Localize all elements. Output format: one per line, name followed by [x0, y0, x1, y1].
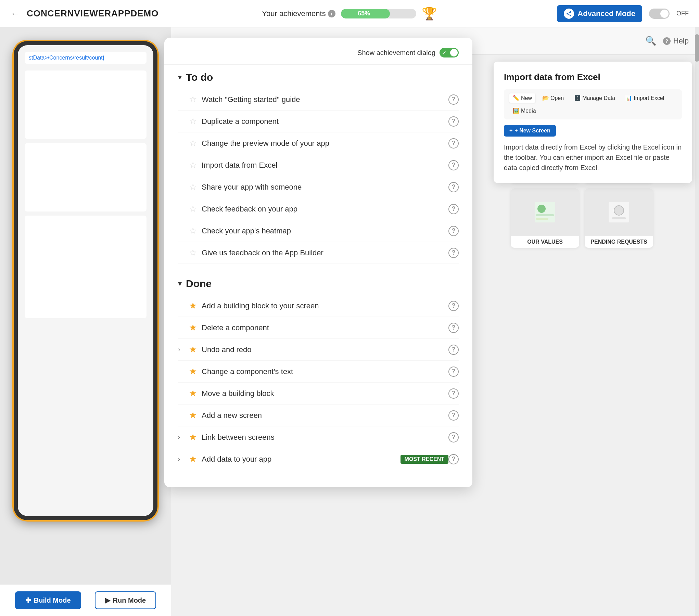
toolbar-new-btn[interactable]: ✏️ New — [509, 93, 535, 103]
achievements-label: Your achievements i — [262, 9, 335, 18]
most-recent-badge: MOST RECENT — [401, 455, 448, 464]
task-help-icon[interactable]: ? — [448, 160, 459, 170]
done-task-item[interactable]: › ★ Link between screens ? — [178, 426, 459, 448]
done-section: ▾ Done ★ Add a building block to your sc… — [164, 271, 472, 477]
top-bar-center: Your achievements i 65% 🏆 — [237, 7, 463, 21]
task-help-icon[interactable]: ? — [448, 204, 459, 214]
todo-task-item[interactable]: ☆ Import data from Excel ? — [178, 154, 459, 176]
task-help-icon[interactable]: ? — [448, 345, 459, 355]
task-help-icon[interactable]: ? — [448, 248, 459, 258]
todo-task-item[interactable]: ☆ Duplicate a component ? — [178, 111, 459, 132]
done-task-item[interactable]: › ★ Undo and redo ? — [178, 339, 459, 361]
done-task-item[interactable]: ★ Move a building block ? — [178, 383, 459, 405]
task-star-icon: ★ — [189, 300, 197, 311]
done-task-item[interactable]: › ★ Add data to your app MOST RECENT ? — [178, 448, 459, 470]
scrollbar-track[interactable] — [695, 27, 699, 616]
task-label: Check your app's heatmap — [202, 227, 448, 235]
todo-section-header: ▾ To do — [178, 72, 459, 83]
svg-line-4 — [568, 12, 570, 13]
svg-point-1 — [567, 13, 569, 14]
scrollbar-thumb[interactable] — [695, 34, 699, 62]
todo-collapse-icon[interactable]: ▾ — [178, 73, 182, 82]
done-section-header: ▾ Done — [178, 278, 459, 290]
toolbar-open-btn[interactable]: 📂 Open — [539, 93, 567, 103]
task-star-icon: ★ — [189, 410, 197, 421]
build-mode-button[interactable]: ✚ Build Mode — [15, 591, 81, 609]
task-expand-spacer — [178, 183, 188, 191]
new-icon: ✏️ — [513, 95, 520, 101]
show-dialog-toggle[interactable]: ✓ — [440, 48, 459, 57]
done-task-item[interactable]: ★ Delete a component ? — [178, 317, 459, 339]
task-star-icon: ★ — [189, 454, 197, 464]
task-expand-spacer — [178, 412, 188, 419]
done-task-item[interactable]: ★ Add a building block to your screen ? — [178, 295, 459, 317]
task-star-icon: ☆ — [189, 138, 197, 149]
top-bar: ← CONCERNVIEWERAPPDEMO Your achievements… — [0, 0, 699, 27]
task-expand-btn[interactable]: › — [178, 346, 188, 353]
task-help-icon[interactable]: ? — [448, 138, 459, 149]
task-label: Change a component's text — [202, 367, 448, 376]
manage-data-icon: 🗄️ — [574, 95, 581, 101]
svg-rect-19 — [612, 217, 626, 219]
done-task-item[interactable]: ★ Change a component's text ? — [178, 361, 459, 383]
task-help-icon[interactable]: ? — [448, 226, 459, 236]
screen-card-our-values[interactable]: OUR VALUES — [511, 188, 579, 248]
task-help-icon[interactable]: ? — [448, 432, 459, 442]
todo-task-item[interactable]: ☆ Share your app with someone ? — [178, 176, 459, 198]
task-expand-spacer — [178, 390, 188, 397]
todo-task-item[interactable]: ☆ Check feedback on your app ? — [178, 198, 459, 220]
task-label: Undo and redo — [202, 345, 448, 354]
task-help-icon[interactable]: ? — [448, 94, 459, 105]
done-collapse-icon[interactable]: ▾ — [178, 279, 182, 288]
screen-card-pending[interactable]: PENDING REQUESTS — [585, 188, 653, 248]
task-label: Link between screens — [202, 433, 448, 442]
toolbar-manage-data-btn[interactable]: 🗄️ Manage Data — [571, 93, 619, 103]
todo-task-item[interactable]: ☆ Give us feedback on the App Builder ? — [178, 242, 459, 264]
task-expand-btn[interactable]: › — [178, 434, 188, 441]
new-screen-button[interactable]: + + New Screen — [504, 125, 556, 137]
tablet-device: stData>/Concerns/result/count} — [14, 41, 157, 520]
task-help-icon[interactable]: ? — [448, 454, 459, 464]
bottom-bar: ✚ Build Mode ▶ Run Mode — [0, 584, 171, 616]
help-button[interactable]: ? Help — [663, 37, 689, 46]
todo-task-item[interactable]: ☆ Check your app's heatmap ? — [178, 220, 459, 242]
task-expand-spacer — [178, 368, 188, 375]
task-expand-spacer — [178, 249, 188, 256]
info-icon[interactable]: i — [328, 10, 335, 17]
task-help-icon[interactable]: ? — [448, 301, 459, 311]
new-label: New — [521, 95, 532, 101]
toggle-knob-green — [450, 49, 458, 56]
task-expand-spacer — [178, 140, 188, 147]
import-description: Import data directly from Excel by click… — [504, 142, 682, 173]
task-help-icon[interactable]: ? — [448, 116, 459, 127]
run-mode-button[interactable]: ▶ Run Mode — [95, 591, 156, 609]
import-excel-label: Import Excel — [634, 95, 664, 101]
search-icon[interactable]: 🔍 — [645, 36, 656, 46]
help-label: Help — [673, 37, 689, 46]
task-label: Add a building block to your screen — [202, 301, 448, 310]
top-bar-right: Advanced Mode OFF — [462, 5, 689, 22]
build-mode-icon: ✚ — [25, 596, 31, 604]
task-star-icon: ☆ — [189, 116, 197, 127]
task-help-icon[interactable]: ? — [448, 410, 459, 421]
task-help-icon[interactable]: ? — [448, 367, 459, 377]
progress-bar-fill: 65% — [341, 9, 390, 18]
todo-task-item[interactable]: ☆ Change the preview mode of your app ? — [178, 132, 459, 154]
toggle-check-icon: ✓ — [442, 50, 446, 56]
todo-task-item[interactable]: ☆ Watch "Getting started" guide ? — [178, 89, 459, 111]
top-bar-left: ← CONCERNVIEWERAPPDEMO — [10, 8, 237, 19]
back-button[interactable]: ← — [10, 8, 20, 19]
task-help-icon[interactable]: ? — [448, 388, 459, 399]
task-label: Give us feedback on the App Builder — [202, 248, 448, 257]
tablet-content-block-1 — [25, 70, 147, 139]
task-expand-spacer — [178, 96, 188, 103]
advanced-mode-button[interactable]: Advanced Mode — [557, 5, 642, 22]
task-help-icon[interactable]: ? — [448, 182, 459, 192]
advanced-mode-toggle[interactable] — [649, 9, 670, 19]
task-expand-btn[interactable]: › — [178, 455, 188, 463]
task-help-icon[interactable]: ? — [448, 323, 459, 333]
done-task-item[interactable]: ★ Add a new screen ? — [178, 405, 459, 426]
toolbar-import-excel-btn[interactable]: 📊 Import Excel — [622, 93, 668, 103]
toolbar-media-btn[interactable]: 🖼️ Media — [509, 106, 539, 115]
task-label: Watch "Getting started" guide — [202, 95, 448, 104]
